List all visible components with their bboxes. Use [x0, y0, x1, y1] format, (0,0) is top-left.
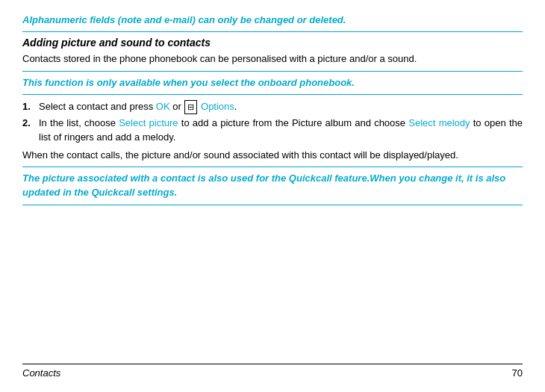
divider-5	[22, 205, 523, 205]
section-heading: Adding picture and sound to contacts	[22, 37, 523, 49]
step-2-link2: Select melody	[408, 117, 470, 128]
footer-left: Contacts	[22, 367, 60, 379]
step-1-text-mid: or	[170, 101, 184, 112]
page-container: Alphanumeric fields (note and e-mail) ca…	[0, 0, 545, 392]
step-1-content: Select a contact and press OK or ⊟ Optio…	[39, 99, 523, 114]
footer-right: 70	[512, 367, 523, 379]
step-2-link1: Select picture	[119, 117, 178, 128]
step-2-num: 2.	[22, 116, 39, 131]
step-1-options-label: Options	[201, 101, 234, 112]
body-text-after-steps: When the contact calls, the picture and/…	[22, 148, 523, 163]
step-1-options-icon: ⊟	[184, 100, 197, 114]
step-2-text-before: In the list, choose	[39, 117, 119, 128]
step-1-num: 1.	[22, 99, 39, 114]
step-2-content: In the list, choose Select picture to ad…	[39, 116, 523, 145]
step-2-text-mid1: to add a picture from the Picture album …	[178, 117, 409, 128]
alert-text-2: This function is only available when you…	[22, 76, 523, 90]
note-text: The picture associated with a contact is…	[22, 172, 523, 200]
content-area: Alphanumeric fields (note and e-mail) ca…	[22, 13, 523, 364]
divider-4	[22, 167, 523, 167]
step-2: 2. In the list, choose Select picture to…	[22, 116, 523, 145]
step-1: 1. Select a contact and press OK or ⊟ Op…	[22, 99, 523, 114]
intro-text: Contacts stored in the phone phonebook c…	[22, 52, 523, 66]
footer: Contacts 70	[22, 364, 523, 379]
divider-2	[22, 71, 523, 72]
step-1-text-before: Select a contact and press	[39, 101, 156, 112]
step-1-ok: OK	[156, 101, 170, 112]
step-1-text-after: .	[234, 101, 237, 112]
divider-1	[22, 31, 523, 32]
alert-text-1: Alphanumeric fields (note and e-mail) ca…	[22, 13, 523, 27]
divider-3	[22, 94, 523, 95]
steps-list: 1. Select a contact and press OK or ⊟ Op…	[22, 99, 523, 145]
